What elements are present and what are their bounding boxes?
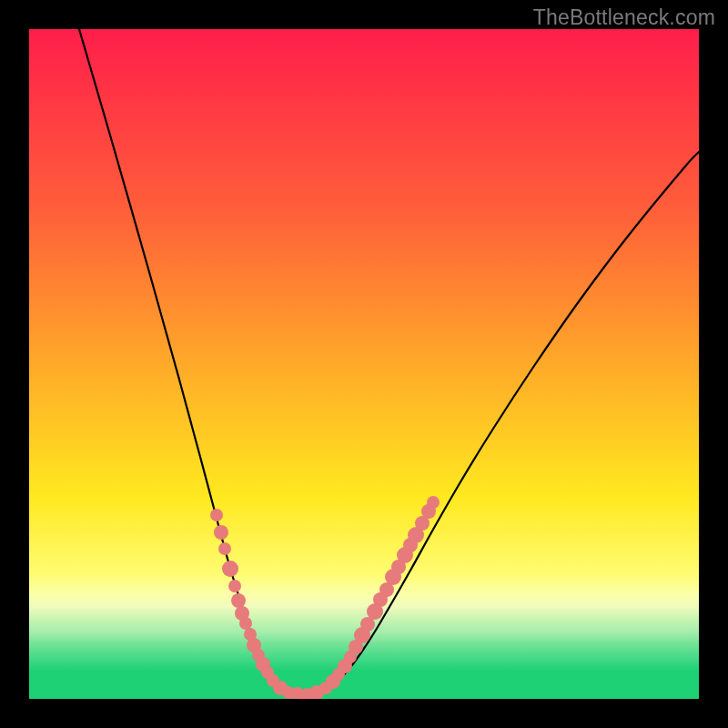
curve-right-limb	[302, 152, 699, 695]
marker-markers-left	[218, 542, 231, 555]
curve-left-limb	[79, 29, 302, 695]
marker-markers-left	[228, 580, 241, 592]
marker-markers-left	[210, 509, 223, 521]
marker-markers-left	[239, 617, 252, 630]
marker-markers-left	[222, 561, 238, 577]
chart-container: TheBottleneck.com	[0, 0, 728, 728]
curve-layer	[29, 29, 699, 699]
marker-markers-right	[427, 496, 440, 509]
plot-area	[29, 29, 699, 699]
marker-markers-left	[214, 525, 228, 540]
marker-markers-left	[231, 593, 246, 608]
watermark-text: TheBottleneck.com	[533, 5, 715, 30]
